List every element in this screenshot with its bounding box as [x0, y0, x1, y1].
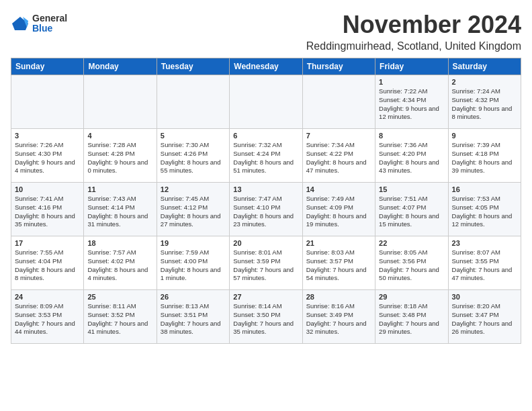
calendar-cell: 26Sunrise: 8:13 AM Sunset: 3:51 PM Dayli…	[157, 290, 229, 344]
day-info: Sunrise: 8:11 AM Sunset: 3:52 PM Dayligh…	[87, 302, 152, 336]
day-number: 10	[15, 185, 80, 193]
calendar-cell: 17Sunrise: 7:55 AM Sunset: 4:04 PM Dayli…	[11, 236, 84, 290]
calendar-cell: 21Sunrise: 8:03 AM Sunset: 3:57 PM Dayli…	[302, 236, 375, 290]
logo-general-text: General	[32, 13, 67, 24]
calendar-cell: 7Sunrise: 7:34 AM Sunset: 4:22 PM Daylig…	[302, 129, 375, 183]
title-area: November 2024 Reddingmuirhead, Scotland,…	[306, 11, 521, 52]
calendar-cell: 1Sunrise: 7:22 AM Sunset: 4:34 PM Daylig…	[375, 75, 448, 129]
day-info: Sunrise: 8:01 AM Sunset: 3:59 PM Dayligh…	[233, 248, 298, 283]
day-number: 16	[452, 185, 517, 193]
calendar-cell: 15Sunrise: 7:51 AM Sunset: 4:07 PM Dayli…	[375, 183, 448, 236]
day-number: 18	[87, 239, 152, 247]
day-info: Sunrise: 7:47 AM Sunset: 4:10 PM Dayligh…	[233, 195, 298, 229]
day-info: Sunrise: 7:22 AM Sunset: 4:34 PM Dayligh…	[379, 87, 444, 122]
calendar-cell: 2Sunrise: 7:24 AM Sunset: 4:32 PM Daylig…	[448, 75, 521, 129]
calendar-week-row: 10Sunrise: 7:41 AM Sunset: 4:16 PM Dayli…	[11, 183, 521, 236]
day-info: Sunrise: 7:51 AM Sunset: 4:07 PM Dayligh…	[379, 195, 444, 229]
day-number: 23	[452, 239, 517, 247]
calendar-week-row: 24Sunrise: 8:09 AM Sunset: 3:53 PM Dayli…	[11, 290, 521, 344]
calendar-cell: 14Sunrise: 7:49 AM Sunset: 4:09 PM Dayli…	[302, 183, 375, 236]
day-header-saturday: Saturday	[448, 58, 521, 75]
calendar-cell: 19Sunrise: 7:59 AM Sunset: 4:00 PM Dayli…	[157, 236, 229, 290]
day-header-monday: Monday	[84, 58, 157, 75]
calendar-body: 1Sunrise: 7:22 AM Sunset: 4:34 PM Daylig…	[11, 75, 521, 344]
day-info: Sunrise: 7:59 AM Sunset: 4:00 PM Dayligh…	[161, 248, 226, 283]
day-info: Sunrise: 7:26 AM Sunset: 4:30 PM Dayligh…	[15, 141, 80, 175]
calendar-cell: 11Sunrise: 7:43 AM Sunset: 4:14 PM Dayli…	[84, 183, 157, 236]
day-number: 3	[15, 132, 80, 140]
day-header-thursday: Thursday	[302, 58, 375, 75]
day-number: 14	[306, 185, 371, 193]
day-number: 17	[15, 239, 80, 247]
day-number: 11	[87, 185, 152, 193]
calendar-table: SundayMondayTuesdayWednesdayThursdayFrid…	[11, 58, 521, 344]
day-header-sunday: Sunday	[11, 58, 84, 75]
calendar-cell	[157, 75, 229, 129]
day-number: 22	[379, 239, 444, 247]
day-info: Sunrise: 7:41 AM Sunset: 4:16 PM Dayligh…	[15, 195, 80, 229]
day-number: 19	[161, 239, 226, 247]
day-number: 21	[306, 239, 371, 247]
day-info: Sunrise: 7:30 AM Sunset: 4:26 PM Dayligh…	[161, 141, 226, 175]
calendar-week-row: 17Sunrise: 7:55 AM Sunset: 4:04 PM Dayli…	[11, 236, 521, 290]
day-number: 2	[452, 78, 517, 86]
day-header-wednesday: Wednesday	[230, 58, 302, 75]
day-info: Sunrise: 7:32 AM Sunset: 4:24 PM Dayligh…	[233, 141, 298, 175]
logo: General Blue	[11, 13, 67, 34]
day-info: Sunrise: 8:09 AM Sunset: 3:53 PM Dayligh…	[15, 302, 80, 336]
day-number: 8	[379, 132, 444, 140]
day-info: Sunrise: 7:53 AM Sunset: 4:05 PM Dayligh…	[452, 195, 517, 229]
day-number: 25	[87, 293, 152, 301]
day-number: 30	[452, 293, 517, 301]
day-info: Sunrise: 8:13 AM Sunset: 3:51 PM Dayligh…	[161, 302, 226, 336]
day-number: 9	[452, 132, 517, 140]
calendar-cell: 10Sunrise: 7:41 AM Sunset: 4:16 PM Dayli…	[11, 183, 84, 236]
day-number: 29	[379, 293, 444, 301]
calendar-cell: 18Sunrise: 7:57 AM Sunset: 4:02 PM Dayli…	[84, 236, 157, 290]
day-number: 4	[87, 132, 152, 140]
day-header-friday: Friday	[375, 58, 448, 75]
calendar-cell: 20Sunrise: 8:01 AM Sunset: 3:59 PM Dayli…	[230, 236, 302, 290]
day-info: Sunrise: 7:39 AM Sunset: 4:18 PM Dayligh…	[452, 141, 517, 175]
month-title: November 2024	[306, 11, 521, 39]
calendar-cell: 16Sunrise: 7:53 AM Sunset: 4:05 PM Dayli…	[448, 183, 521, 236]
calendar-cell: 9Sunrise: 7:39 AM Sunset: 4:18 PM Daylig…	[448, 129, 521, 183]
calendar-cell: 24Sunrise: 8:09 AM Sunset: 3:53 PM Dayli…	[11, 290, 84, 344]
day-info: Sunrise: 8:07 AM Sunset: 3:55 PM Dayligh…	[452, 248, 517, 283]
day-number: 1	[379, 78, 444, 86]
calendar-week-row: 1Sunrise: 7:22 AM Sunset: 4:34 PM Daylig…	[11, 75, 521, 129]
day-number: 28	[306, 293, 371, 301]
day-info: Sunrise: 7:34 AM Sunset: 4:22 PM Dayligh…	[306, 141, 371, 175]
calendar-cell: 28Sunrise: 8:16 AM Sunset: 3:49 PM Dayli…	[302, 290, 375, 344]
calendar-cell	[230, 75, 302, 129]
day-number: 6	[233, 132, 298, 140]
day-number: 13	[233, 185, 298, 193]
day-number: 20	[233, 239, 298, 247]
day-info: Sunrise: 8:20 AM Sunset: 3:47 PM Dayligh…	[452, 302, 517, 336]
calendar-cell: 29Sunrise: 8:18 AM Sunset: 3:48 PM Dayli…	[375, 290, 448, 344]
day-info: Sunrise: 7:49 AM Sunset: 4:09 PM Dayligh…	[306, 195, 371, 229]
day-number: 5	[161, 132, 226, 140]
logo-blue-text: Blue	[32, 24, 67, 34]
day-info: Sunrise: 7:57 AM Sunset: 4:02 PM Dayligh…	[87, 248, 152, 283]
calendar-cell: 4Sunrise: 7:28 AM Sunset: 4:28 PM Daylig…	[84, 129, 157, 183]
calendar-cell	[11, 75, 84, 129]
calendar-cell: 5Sunrise: 7:30 AM Sunset: 4:26 PM Daylig…	[157, 129, 229, 183]
calendar-cell: 8Sunrise: 7:36 AM Sunset: 4:20 PM Daylig…	[375, 129, 448, 183]
calendar-cell: 27Sunrise: 8:14 AM Sunset: 3:50 PM Dayli…	[230, 290, 302, 344]
day-number: 12	[161, 185, 226, 193]
day-info: Sunrise: 8:16 AM Sunset: 3:49 PM Dayligh…	[306, 302, 371, 336]
location: Reddingmuirhead, Scotland, United Kingdo…	[306, 40, 521, 52]
day-info: Sunrise: 7:28 AM Sunset: 4:28 PM Dayligh…	[87, 141, 152, 175]
header: General Blue November 2024 Reddingmuirhe…	[11, 11, 521, 52]
day-info: Sunrise: 8:03 AM Sunset: 3:57 PM Dayligh…	[306, 248, 371, 283]
calendar-cell: 23Sunrise: 8:07 AM Sunset: 3:55 PM Dayli…	[448, 236, 521, 290]
calendar-cell: 12Sunrise: 7:45 AM Sunset: 4:12 PM Dayli…	[157, 183, 229, 236]
day-header-tuesday: Tuesday	[157, 58, 229, 75]
day-info: Sunrise: 8:05 AM Sunset: 3:56 PM Dayligh…	[379, 248, 444, 283]
logo-icon	[11, 14, 30, 33]
calendar-cell: 3Sunrise: 7:26 AM Sunset: 4:30 PM Daylig…	[11, 129, 84, 183]
calendar-cell	[302, 75, 375, 129]
day-info: Sunrise: 7:55 AM Sunset: 4:04 PM Dayligh…	[15, 248, 80, 283]
day-number: 27	[233, 293, 298, 301]
